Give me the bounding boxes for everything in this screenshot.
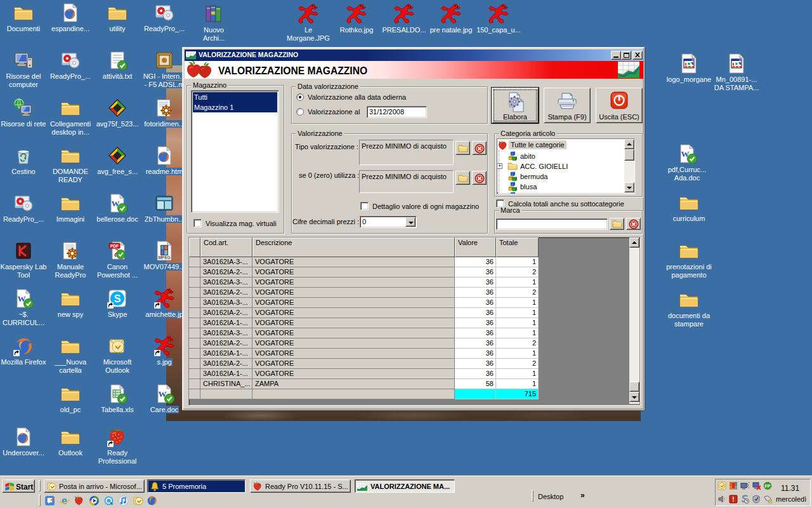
svg-text:!: ! xyxy=(732,496,734,503)
svg-text:FP: FP xyxy=(765,484,771,488)
